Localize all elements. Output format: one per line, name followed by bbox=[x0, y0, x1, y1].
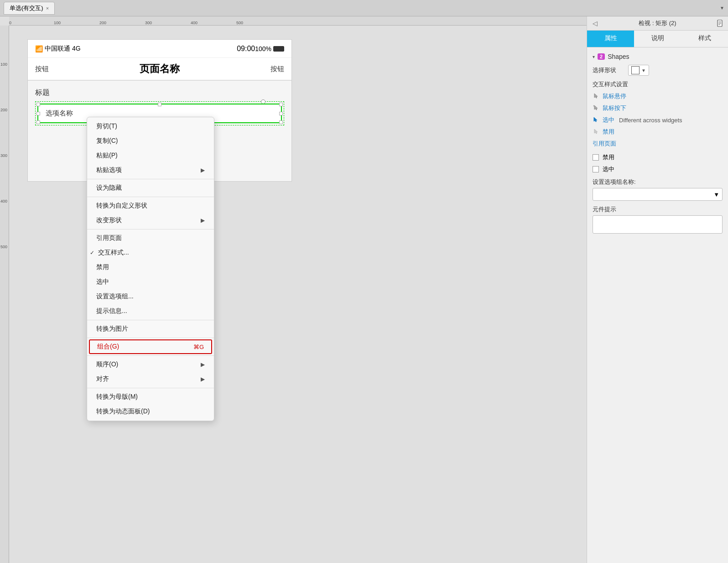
group-name-label: 设置选项组名称: bbox=[593, 178, 723, 186]
shape-select-control[interactable]: ▼ bbox=[628, 65, 649, 76]
menu-sep-3 bbox=[87, 229, 214, 229]
tab-style[interactable]: 样式 bbox=[681, 31, 728, 47]
menu-item-align[interactable]: 对齐 ▶ bbox=[87, 372, 214, 386]
menu-sep-4 bbox=[87, 320, 214, 320]
menu-item-paste[interactable]: 粘贴(P) bbox=[87, 148, 214, 163]
shapes-label: Shapes bbox=[608, 53, 629, 60]
ruler-mark-left-300: 300 bbox=[0, 153, 7, 158]
menu-label-disable: 禁用 bbox=[96, 263, 109, 271]
menu-item-change-shape[interactable]: 改变形状 ▶ bbox=[87, 213, 214, 228]
ruler-mark-left-400: 400 bbox=[0, 199, 7, 203]
shapes-section-header: ▾ 2 Shapes bbox=[593, 53, 723, 60]
ruler-mark-left-200: 200 bbox=[0, 108, 7, 112]
status-bar: 📶 中国联通 4G 09:00 100% bbox=[28, 40, 291, 58]
arrow-icon-align: ▶ bbox=[201, 376, 205, 382]
mousedown-cursor-icon bbox=[593, 105, 600, 111]
handle-bottom-right bbox=[279, 120, 283, 124]
menu-item-interaction[interactable]: ✓ 交互样式... bbox=[87, 245, 214, 260]
doc-icon[interactable] bbox=[716, 19, 724, 27]
hover-cursor-icon bbox=[593, 94, 600, 99]
menu-item-cut[interactable]: 剪切(T) bbox=[87, 119, 214, 134]
handle-mid-right bbox=[279, 112, 283, 115]
battery-icon bbox=[273, 46, 284, 52]
tab-single-select[interactable]: 单选(有交互) × bbox=[4, 2, 55, 15]
nav-title: 页面名称 bbox=[49, 62, 270, 76]
menu-item-select[interactable]: 选中 bbox=[87, 275, 214, 289]
menu-label-change-shape: 改变形状 bbox=[96, 216, 122, 224]
menu-item-to-master[interactable]: 转换为母版(M) bbox=[87, 390, 214, 404]
menu-item-paste-options[interactable]: 粘贴选项 ▶ bbox=[87, 163, 214, 177]
checkbox-disable[interactable] bbox=[593, 154, 599, 161]
menu-label-to-dynamic: 转换为动态面板(D) bbox=[96, 407, 150, 416]
canvas-content: 📶 中国联通 4G 09:00 100% 按钮 页面名称 按钮 标题 bbox=[9, 26, 587, 563]
group-name-arrow: ▼ bbox=[713, 191, 719, 198]
tab-properties[interactable]: 属性 bbox=[587, 31, 634, 47]
disabled-cursor-icon bbox=[593, 129, 600, 135]
tab-close-icon[interactable]: × bbox=[46, 5, 49, 11]
menu-label-cut: 剪切(T) bbox=[96, 122, 117, 130]
handle-bottom-left bbox=[36, 120, 40, 124]
nav-right-btn[interactable]: 按钮 bbox=[270, 65, 284, 73]
shape-selector-row: 选择形状 ▼ bbox=[593, 65, 723, 76]
panel-header: ◁ 检视 : 矩形 (2) bbox=[587, 16, 728, 31]
nav-bar: 按钮 页面名称 按钮 bbox=[28, 58, 291, 81]
menu-item-copy[interactable]: 复制(C) bbox=[87, 134, 214, 148]
checkbox-disable-label: 禁用 bbox=[603, 153, 614, 162]
interaction-disabled: 禁用 bbox=[593, 128, 723, 136]
menu-item-convert-shape[interactable]: 转换为自定义形状 bbox=[87, 198, 214, 213]
ruler-mark-0: 0 bbox=[9, 21, 11, 25]
right-panel: ◁ 检视 : 矩形 (2) 属性 说明 样式 ▾ 2 Sh bbox=[587, 16, 728, 563]
checkbox-select[interactable] bbox=[593, 166, 599, 172]
menu-label-order: 顺序(O) bbox=[96, 360, 118, 369]
menu-label-interaction: 交互样式... bbox=[96, 249, 129, 257]
arrow-icon-paste-options: ▶ bbox=[201, 167, 205, 173]
checkbox-select-label: 选中 bbox=[603, 165, 614, 173]
selected-link[interactable]: 选中 bbox=[603, 116, 614, 124]
back-icon[interactable]: ◁ bbox=[591, 19, 599, 27]
ruler-mark-200: 200 bbox=[99, 21, 106, 25]
menu-sep-1 bbox=[87, 179, 214, 179]
selected-extra-text: Different across widgets bbox=[619, 117, 682, 124]
group-name-select[interactable]: ▼ bbox=[593, 188, 723, 201]
menu-item-to-dynamic[interactable]: 转换为动态面板(D) bbox=[87, 404, 214, 419]
menu-item-order[interactable]: 顺序(O) ▶ bbox=[87, 357, 214, 372]
menu-item-ref-page[interactable]: 引用页面 bbox=[87, 231, 214, 245]
disabled-link[interactable]: 禁用 bbox=[603, 128, 614, 136]
hint-label: 元件提示 bbox=[593, 205, 723, 214]
menu-item-group[interactable]: 组合(G) ⌘G bbox=[89, 339, 212, 354]
hover-link[interactable]: 鼠标悬停 bbox=[603, 92, 626, 100]
tab-description[interactable]: 说明 bbox=[634, 31, 681, 47]
mousedown-link[interactable]: 鼠标按下 bbox=[603, 104, 626, 112]
shape-select-label: 选择形状 bbox=[593, 66, 624, 74]
menu-sep-5 bbox=[87, 338, 214, 338]
tab-dropdown-arrow[interactable]: ▼ bbox=[720, 5, 724, 10]
interaction-selected: 选中 Different across widgets bbox=[593, 116, 723, 124]
menu-sep-6 bbox=[87, 355, 214, 356]
hint-textarea[interactable] bbox=[593, 215, 723, 234]
shortcut-group: ⌘G bbox=[193, 344, 204, 350]
menu-item-set-group[interactable]: 设置选项组... bbox=[87, 289, 214, 304]
panel-content: ▾ 2 Shapes 选择形状 ▼ 交互样式设置 bbox=[587, 47, 728, 563]
menu-item-hide[interactable]: 设为隐藏 bbox=[87, 181, 214, 195]
menu-label-to-master: 转换为母版(M) bbox=[96, 393, 138, 401]
menu-label-select: 选中 bbox=[96, 278, 109, 286]
ruler-top: 0 100 200 300 400 500 bbox=[9, 16, 587, 26]
menu-sep-2 bbox=[87, 197, 214, 197]
nav-left-btn[interactable]: 按钮 bbox=[35, 65, 49, 73]
menu-item-tooltip[interactable]: 提示信息... bbox=[87, 304, 214, 318]
time-text: 09:00 bbox=[237, 45, 255, 53]
menu-item-to-image[interactable]: 转换为图片 bbox=[87, 322, 214, 336]
carrier-text: 中国联通 4G bbox=[45, 45, 237, 53]
shape-preview-icon bbox=[631, 66, 640, 74]
svg-point-4 bbox=[593, 105, 595, 107]
menu-sep-7 bbox=[87, 388, 214, 388]
menu-label-convert-shape: 转换为自定义形状 bbox=[96, 202, 147, 210]
shapes-badge: 2 bbox=[598, 53, 605, 60]
menu-item-disable[interactable]: 禁用 bbox=[87, 260, 214, 275]
handle-top-left bbox=[36, 103, 40, 106]
handle-top-right bbox=[279, 103, 283, 106]
canvas-area[interactable]: 0 100 200 300 400 500 100 200 300 400 50… bbox=[0, 16, 587, 563]
ref-page-link[interactable]: 引用页面 bbox=[593, 140, 723, 148]
ruler-mark-left-100: 100 bbox=[0, 62, 7, 67]
arrow-icon-change-shape: ▶ bbox=[201, 217, 205, 224]
